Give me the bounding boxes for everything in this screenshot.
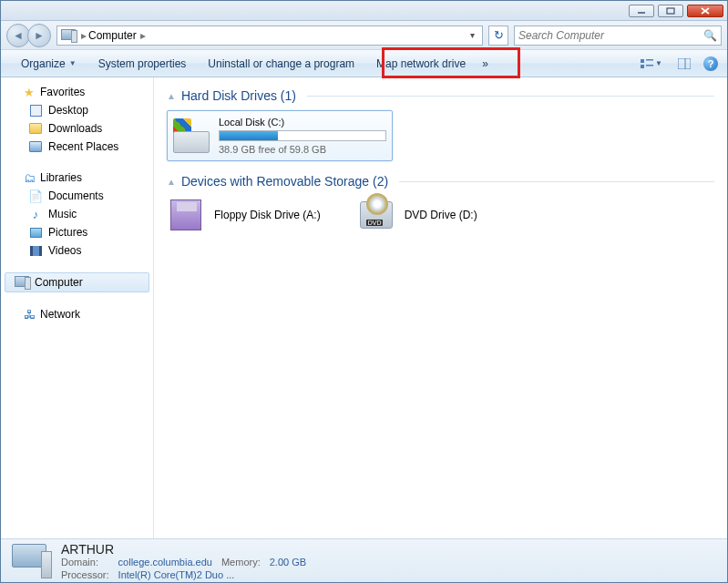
navigation-bar: ◄ ► ▸ Computer ▸ ▾ ↻ 🔍 — [1, 21, 727, 50]
content-pane: ▲ Hard Disk Drives (1) Local Disk (C:) 3… — [154, 77, 727, 538]
organize-label: Organize — [21, 57, 66, 70]
sidebar-item-recent-places[interactable]: Recent Places — [1, 138, 153, 156]
refresh-button[interactable]: ↻ — [488, 26, 508, 46]
help-button[interactable]: ? — [703, 56, 718, 71]
network-group: ▷ 🖧 Network — [1, 305, 153, 323]
section-title: Hard Disk Drives (1) — [181, 88, 296, 103]
svg-rect-4 — [641, 59, 644, 63]
computer-icon — [15, 275, 29, 290]
sidebar-item-pictures[interactable]: Pictures — [1, 223, 153, 241]
sidebar-item-label: Computer — [35, 276, 83, 289]
documents-icon: 📄 — [28, 189, 43, 203]
hard-drives-header[interactable]: ▲ Hard Disk Drives (1) — [167, 88, 714, 103]
star-icon: ★ — [22, 85, 36, 99]
downloads-icon — [28, 121, 43, 136]
search-icon: 🔍 — [703, 29, 717, 42]
computer-large-icon — [12, 544, 50, 578]
uninstall-program-button[interactable]: Uninstall or change a program — [197, 50, 365, 77]
address-bar[interactable]: ▸ Computer ▸ ▾ — [56, 26, 483, 46]
domain-label: Domain: — [61, 557, 109, 568]
breadcrumb-root[interactable]: Computer — [88, 29, 137, 42]
forward-button[interactable]: ► — [27, 24, 51, 47]
annotation-highlight-box — [382, 47, 520, 78]
details-pane: ARTHUR Domain: college.columbia.edu Memo… — [1, 538, 727, 582]
sidebar-item-videos[interactable]: Videos — [1, 241, 153, 260]
svg-rect-8 — [678, 58, 691, 69]
sidebar-item-label: Music — [48, 208, 77, 220]
sidebar-item-label: Pictures — [48, 226, 87, 239]
drive-usage-fill — [220, 131, 278, 140]
preview-pane-button[interactable] — [671, 55, 698, 73]
favorites-header[interactable]: ▷ ★ Favorites — [1, 83, 153, 101]
command-toolbar: Organize ▼ System properties Uninstall o… — [1, 50, 727, 77]
sidebar-item-desktop[interactable]: Desktop — [1, 101, 153, 119]
computer-name: ARTHUR — [61, 542, 306, 557]
svg-rect-7 — [646, 65, 653, 66]
close-button[interactable] — [687, 5, 723, 17]
sidebar-item-computer[interactable]: Computer — [5, 272, 149, 292]
drive-name: DVD Drive (D:) — [405, 209, 477, 221]
sidebar-item-downloads[interactable]: Downloads — [1, 119, 153, 138]
computer-icon — [61, 29, 76, 42]
drive-local-disk-c[interactable]: Local Disk (C:) 38.9 GB free of 59.8 GB — [167, 110, 393, 161]
drive-usage-bar — [219, 130, 386, 141]
drive-name: Floppy Disk Drive (A:) — [214, 209, 321, 221]
dvd-icon — [357, 196, 395, 234]
hard-drive-icon — [173, 118, 211, 153]
window-titlebar — [1, 1, 727, 21]
favorites-label: Favorites — [40, 86, 85, 98]
svg-rect-6 — [641, 65, 644, 68]
maximize-button[interactable] — [658, 5, 683, 17]
sidebar-item-label: Videos — [48, 244, 81, 257]
search-box[interactable]: 🔍 — [514, 26, 722, 46]
drive-name: Local Disk (C:) — [219, 117, 386, 128]
floppy-icon — [167, 196, 205, 234]
sidebar-item-documents[interactable]: 📄 Documents — [1, 187, 153, 205]
sidebar-item-label: Desktop — [48, 104, 88, 117]
drive-floppy-a[interactable]: Floppy Disk Drive (A:) — [167, 196, 321, 234]
sidebar-item-label: Network — [40, 308, 80, 321]
uninstall-label: Uninstall or change a program — [208, 57, 354, 70]
libraries-group: ▷ 🗂 Libraries 📄 Documents ♪ Music Pictur… — [1, 169, 153, 260]
sidebar-item-network[interactable]: ▷ 🖧 Network — [1, 305, 153, 323]
system-properties-button[interactable]: System properties — [87, 50, 198, 77]
videos-icon — [28, 243, 43, 258]
system-properties-label: System properties — [98, 57, 187, 70]
chevron-down-icon: ▼ — [655, 59, 662, 67]
section-title: Devices with Removable Storage (2) — [181, 174, 388, 189]
domain-value: college.columbia.edu — [118, 557, 212, 568]
svg-rect-5 — [646, 59, 653, 61]
svg-rect-1 — [667, 8, 674, 14]
main-area: ▷ ★ Favorites Desktop Downloads Recent P… — [1, 77, 727, 538]
processor-value: Intel(R) Core(TM)2 Duo ... — [118, 569, 307, 580]
search-input[interactable] — [518, 29, 703, 42]
music-icon: ♪ — [28, 207, 43, 221]
view-mode-button[interactable]: ▼ — [638, 55, 665, 73]
drive-dvd-d[interactable]: DVD Drive (D:) — [357, 196, 477, 234]
memory-value: 2.00 GB — [270, 557, 306, 568]
sidebar-item-label: Recent Places — [48, 140, 118, 153]
navigation-pane: ▷ ★ Favorites Desktop Downloads Recent P… — [1, 77, 154, 538]
divider — [307, 96, 714, 97]
collapse-icon: ▲ — [167, 91, 176, 101]
breadcrumb-sep: ▸ — [140, 29, 146, 42]
address-dropdown[interactable]: ▾ — [467, 30, 478, 40]
recent-places-icon — [28, 139, 43, 154]
desktop-icon — [28, 103, 43, 118]
sidebar-item-music[interactable]: ♪ Music — [1, 205, 153, 223]
network-icon: 🖧 — [22, 307, 36, 322]
sidebar-item-label: Downloads — [48, 122, 102, 135]
organize-menu[interactable]: Organize ▼ — [10, 50, 87, 77]
libraries-label: Libraries — [40, 171, 82, 184]
chevron-down-icon: ▼ — [69, 59, 77, 67]
sidebar-item-label: Documents — [48, 189, 104, 202]
pictures-icon — [28, 225, 43, 240]
divider — [399, 181, 714, 182]
drive-free-text: 38.9 GB free of 59.8 GB — [219, 144, 386, 155]
removable-storage-header[interactable]: ▲ Devices with Removable Storage (2) — [167, 174, 714, 189]
minimize-button[interactable] — [629, 5, 654, 17]
computer-group: Computer — [1, 272, 153, 292]
memory-label: Memory: — [221, 557, 261, 568]
collapse-icon: ▲ — [167, 177, 176, 187]
libraries-header[interactable]: ▷ 🗂 Libraries — [1, 169, 153, 187]
